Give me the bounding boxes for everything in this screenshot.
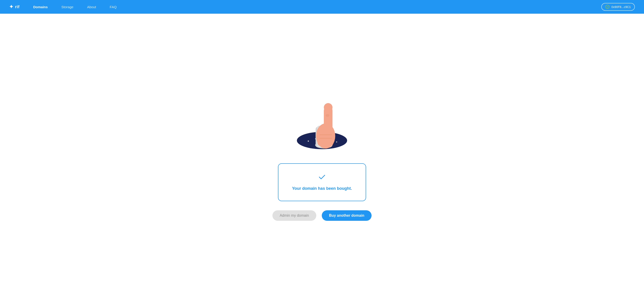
success-checkmark xyxy=(292,173,352,182)
success-message: Your domain has been bought. xyxy=(292,186,352,191)
svg-text:✦: ✦ xyxy=(307,140,310,143)
wallet-button[interactable]: 0x90F8...c9C1 xyxy=(601,3,635,11)
logo-text: rif xyxy=(15,4,20,9)
nav-link-faq[interactable]: FAQ xyxy=(110,5,117,9)
nav-link-domains[interactable]: Domains xyxy=(33,5,48,9)
wallet-check-icon xyxy=(606,5,610,9)
logo[interactable]: ✦ rif xyxy=(9,4,20,10)
action-buttons: Admin my domain Buy another domain xyxy=(272,210,372,221)
nav-links: Domains Storage About FAQ xyxy=(33,5,602,9)
svg-point-12 xyxy=(324,103,332,112)
buy-another-domain-button[interactable]: Buy another domain xyxy=(322,210,372,221)
thumbs-up-svg: ✦ ✦ ✦ ✦ ✦ xyxy=(290,95,354,154)
nav-link-storage[interactable]: Storage xyxy=(62,5,74,9)
nav-link-about[interactable]: About xyxy=(87,5,96,9)
success-card: Your domain has been bought. xyxy=(278,163,366,201)
svg-point-15 xyxy=(326,114,329,117)
illustration: ✦ ✦ ✦ ✦ ✦ xyxy=(290,95,354,154)
wallet-address: 0x90F8...c9C1 xyxy=(611,5,631,9)
main-content: ✦ ✦ ✦ ✦ ✦ xyxy=(0,0,644,302)
svg-text:✦: ✦ xyxy=(336,141,338,143)
navbar: ✦ rif Domains Storage About FAQ 0x90F8..… xyxy=(0,0,644,14)
logo-icon: ✦ xyxy=(9,4,13,10)
admin-domain-button[interactable]: Admin my domain xyxy=(272,210,316,221)
